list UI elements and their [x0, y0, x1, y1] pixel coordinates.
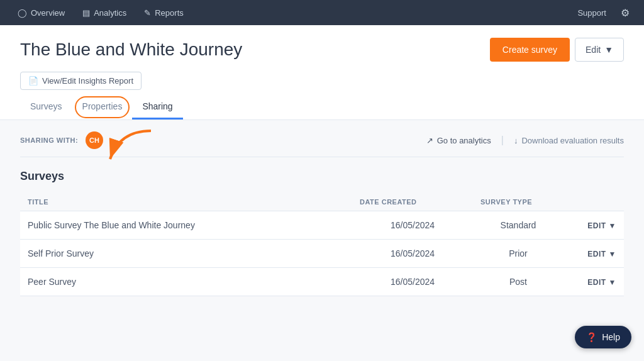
go-to-analytics-link[interactable]: ↗ Go to analytics [426, 136, 491, 145]
chevron-down-icon: ▼ [609, 250, 616, 258]
chevron-down-icon: ▼ [609, 221, 616, 230]
surveys-section: Surveys TITLE DATE CREATED SURVEY TYPE P… [20, 157, 624, 296]
sharing-divider: | [501, 135, 504, 146]
support-link[interactable]: Support [577, 8, 606, 18]
header-area: The Blue and White Journey Create survey… [0, 25, 644, 120]
reports-icon: ✎ [144, 8, 151, 18]
edit-survey-button[interactable]: EDIT ▼ [587, 221, 616, 230]
surveys-heading: Surveys [20, 170, 624, 183]
tab-properties-wrapper: Properties [72, 95, 133, 119]
survey-date-cell: 16/05/2024 [352, 211, 473, 240]
col-header-edit [564, 193, 624, 211]
top-navigation: ◯ Overview ▤ Analytics ✎ Reports Support… [0, 0, 644, 25]
nav-overview-label: Overview [31, 8, 65, 18]
tabs-row: Surveys Properties Sharing [20, 95, 624, 119]
external-link-icon: ↗ [426, 136, 433, 145]
download-icon: ↓ [514, 136, 518, 145]
survey-edit-cell: EDIT ▼ [564, 240, 624, 268]
nav-right: Support ⚙ [577, 4, 634, 21]
content-area: SHARING WITH: CH ↗ Go to analytics | ↓ D… [0, 120, 644, 361]
nav-reports[interactable]: ✎ Reports [136, 0, 191, 25]
nav-overview[interactable]: ◯ Overview [10, 0, 72, 25]
survey-title-cell: Self Prior Survey [20, 240, 352, 268]
survey-type-cell: Standard [473, 211, 564, 240]
sharing-left: SHARING WITH: CH [20, 131, 103, 149]
col-header-type: SURVEY TYPE [473, 193, 564, 211]
sharing-bar: SHARING WITH: CH ↗ Go to analytics | ↓ D… [20, 120, 624, 157]
edit-label: Edit [586, 45, 601, 55]
avatar-ch: CH [86, 131, 103, 149]
tab-surveys[interactable]: Surveys [20, 95, 72, 119]
tab-surveys-label: Surveys [30, 101, 62, 111]
chevron-down-icon: ▼ [609, 278, 616, 287]
insights-row: 📄 View/Edit Insights Report [20, 72, 624, 90]
tab-properties[interactable]: Properties [72, 95, 133, 119]
download-label: Download evaluation results [521, 136, 624, 145]
sharing-right: ↗ Go to analytics | ↓ Download evaluatio… [426, 135, 624, 146]
create-survey-button[interactable]: Create survey [490, 38, 570, 62]
edit-survey-button[interactable]: EDIT ▼ [587, 250, 616, 258]
sharing-label: SHARING WITH: [20, 136, 78, 144]
col-header-title: TITLE [20, 193, 352, 211]
download-evaluation-link[interactable]: ↓ Download evaluation results [514, 136, 624, 145]
table-row: Self Prior Survey 16/05/2024 Prior EDIT … [20, 240, 624, 268]
survey-edit-cell: EDIT ▼ [564, 211, 624, 240]
tab-sharing-label: Sharing [142, 101, 172, 111]
survey-date-cell: 16/05/2024 [352, 268, 473, 296]
table-header-row: TITLE DATE CREATED SURVEY TYPE [20, 193, 624, 211]
table-row: Public Survey The Blue and White Journey… [20, 211, 624, 240]
header-top: The Blue and White Journey Create survey… [20, 38, 624, 62]
edit-button[interactable]: Edit ▼ [575, 38, 624, 62]
survey-edit-cell: EDIT ▼ [564, 268, 624, 296]
survey-title-cell: Peer Survey [20, 268, 352, 296]
survey-type-cell: Prior [473, 240, 564, 268]
chevron-down-icon: ▼ [604, 45, 613, 55]
overview-icon: ◯ [18, 8, 27, 18]
survey-date-cell: 16/05/2024 [352, 240, 473, 268]
nav-left: ◯ Overview ▤ Analytics ✎ Reports [10, 0, 191, 25]
survey-title-cell: Public Survey The Blue and White Journey [20, 211, 352, 240]
help-button[interactable]: ❓ Help [575, 326, 631, 348]
document-icon: 📄 [28, 76, 38, 86]
insights-button[interactable]: 📄 View/Edit Insights Report [20, 72, 142, 90]
nav-reports-label: Reports [155, 8, 184, 18]
help-icon: ❓ [586, 332, 597, 342]
help-label: Help [602, 332, 620, 342]
survey-type-cell: Post [473, 268, 564, 296]
page-title: The Blue and White Journey [20, 40, 242, 60]
tab-sharing[interactable]: Sharing [132, 95, 182, 119]
insights-label: View/Edit Insights Report [42, 76, 133, 86]
analytics-icon: ▤ [82, 8, 90, 18]
col-header-date: DATE CREATED [352, 193, 473, 211]
nav-analytics-label: Analytics [94, 8, 126, 18]
header-actions: Create survey Edit ▼ [490, 38, 624, 62]
settings-icon[interactable]: ⚙ [616, 4, 634, 21]
edit-survey-button[interactable]: EDIT ▼ [587, 278, 616, 287]
go-to-analytics-label: Go to analytics [437, 136, 491, 145]
table-row: Peer Survey 16/05/2024 Post EDIT ▼ [20, 268, 624, 296]
survey-table-body: Public Survey The Blue and White Journey… [20, 211, 624, 296]
nav-analytics[interactable]: ▤ Analytics [75, 0, 134, 25]
survey-table: TITLE DATE CREATED SURVEY TYPE Public Su… [20, 193, 624, 296]
tab-properties-label: Properties [82, 101, 123, 111]
